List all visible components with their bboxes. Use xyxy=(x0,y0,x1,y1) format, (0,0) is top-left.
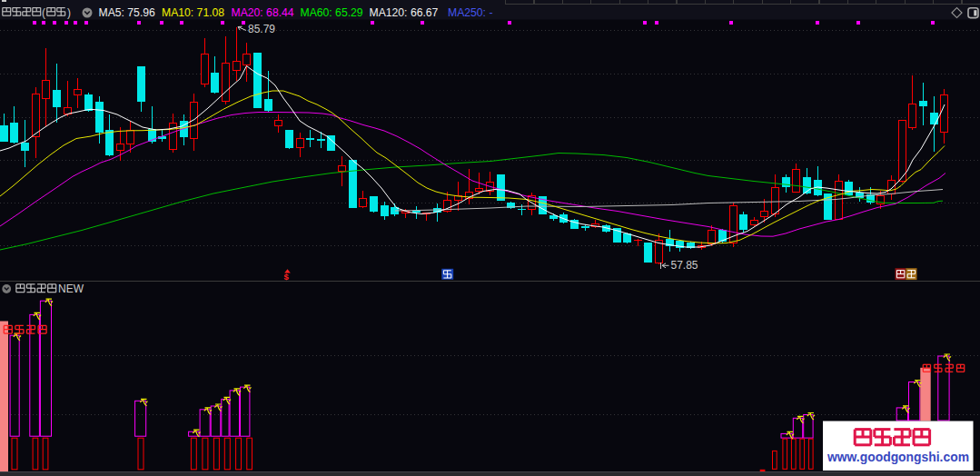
svg-text:MA250: -: MA250: - xyxy=(448,6,492,19)
svg-text:MA5: 75.96: MA5: 75.96 xyxy=(99,6,156,19)
svg-text:57.85: 57.85 xyxy=(671,259,698,272)
svg-text:85.79: 85.79 xyxy=(248,23,275,35)
svg-text:MA10: 71.08: MA10: 71.08 xyxy=(162,6,224,19)
svg-text:$: $ xyxy=(284,272,290,282)
svg-text:MA120: 66.67: MA120: 66.67 xyxy=(370,6,439,19)
svg-text:MA20: 68.44: MA20: 68.44 xyxy=(232,6,294,19)
svg-text:): ) xyxy=(67,6,71,19)
svg-text:MA60: 65.29: MA60: 65.29 xyxy=(301,6,363,19)
svg-text:www.goodgongshi.com: www.goodgongshi.com xyxy=(827,449,969,464)
svg-text:NEW: NEW xyxy=(58,283,84,295)
svg-text:(: ( xyxy=(42,6,45,19)
